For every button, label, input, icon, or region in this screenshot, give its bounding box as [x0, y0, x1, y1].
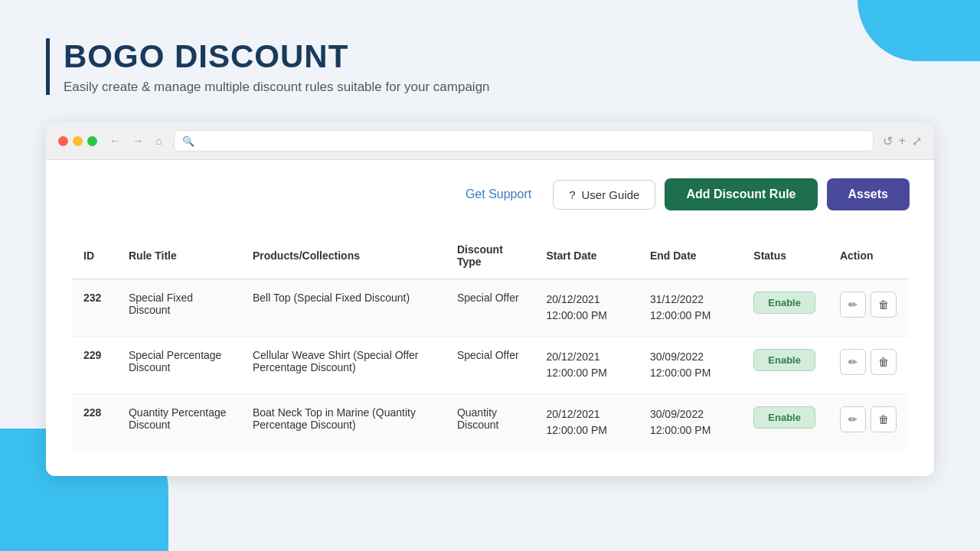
cell-action: ✏ 🗑	[828, 279, 910, 337]
cell-end-date: 31/12/2022 12:00:00 PM	[638, 279, 741, 337]
cell-rule-title: Special Percentage Discount	[116, 337, 240, 394]
cell-action: ✏ 🗑	[828, 394, 910, 452]
action-buttons: ✏ 🗑	[840, 292, 897, 318]
cell-start-date: 20/12/2021 12:00:00 PM	[534, 279, 638, 337]
cell-status: Enable	[741, 279, 828, 337]
table-row: 232 Special Fixed Discount Bell Top (Spe…	[71, 279, 910, 337]
back-icon[interactable]: ←	[106, 133, 123, 148]
page-title: BOGO DISCOUNT	[64, 38, 934, 75]
delete-button[interactable]: 🗑	[871, 406, 897, 432]
table-body: 232 Special Fixed Discount Bell Top (Spe…	[71, 279, 910, 452]
cell-discount-type: Special Offer	[445, 337, 534, 394]
assets-button[interactable]: Assets	[827, 178, 910, 210]
col-header-status: Status	[741, 233, 828, 279]
dot-red[interactable]	[58, 136, 68, 146]
cell-rule-title: Special Fixed Discount	[116, 279, 240, 337]
cell-rule-title: Quantity Percentage Discount	[116, 394, 240, 452]
cell-action: ✏ 🗑	[828, 337, 910, 394]
get-support-button[interactable]: Get Support	[453, 180, 544, 209]
browser-address-bar[interactable]: 🔍	[174, 130, 873, 152]
refresh-icon[interactable]: ↺	[883, 134, 893, 148]
expand-icon[interactable]: ⤢	[912, 134, 922, 148]
enable-button[interactable]: Enable	[753, 292, 815, 314]
new-tab-icon[interactable]: +	[899, 134, 906, 148]
col-header-end-date: End Date	[638, 233, 741, 279]
user-guide-label: User Guide	[582, 188, 640, 201]
edit-button[interactable]: ✏	[840, 349, 866, 375]
enable-button[interactable]: Enable	[753, 349, 815, 371]
cell-end-date: 30/09/2022 12:00:00 PM	[638, 394, 741, 452]
col-header-products: Products/Collections	[240, 233, 445, 279]
cell-end-date: 30/09/2022 12:00:00 PM	[638, 337, 741, 394]
cell-start-date: 20/12/2021 12:00:00 PM	[534, 394, 638, 452]
cell-id: 228	[71, 394, 116, 452]
browser-dots	[58, 136, 97, 146]
col-header-discount-type: Discount Type	[445, 233, 534, 279]
cell-products: Boat Neck Top in Marine (Quantity Percen…	[240, 394, 445, 452]
page-subtitle: Easily create & manage multiple discount…	[64, 80, 934, 95]
col-header-rule-title: Rule Title	[116, 233, 240, 279]
action-buttons: ✏ 🗑	[840, 406, 897, 432]
cell-id: 232	[71, 279, 116, 337]
table-row: 229 Special Percentage Discount Cellular…	[71, 337, 910, 394]
action-buttons: ✏ 🗑	[840, 349, 897, 375]
question-icon: ?	[569, 188, 575, 201]
browser-nav: ← → ⌂	[106, 133, 165, 148]
col-header-id: ID	[71, 233, 116, 279]
discount-table: ID Rule Title Products/Collections Disco…	[70, 232, 910, 452]
header-section: BOGO DISCOUNT Easily create & manage mul…	[46, 38, 934, 95]
enable-button[interactable]: Enable	[753, 406, 815, 429]
browser-body: Get Support ? User Guide Add Discount Ru…	[46, 160, 934, 476]
home-icon[interactable]: ⌂	[152, 133, 165, 148]
cell-status: Enable	[741, 337, 828, 394]
forward-icon[interactable]: →	[129, 133, 146, 148]
cell-products: Bell Top (Special Fixed Discount)	[240, 279, 445, 337]
edit-button[interactable]: ✏	[840, 292, 866, 318]
delete-button[interactable]: 🗑	[871, 292, 897, 318]
browser-chrome: ← → ⌂ 🔍 ↺ + ⤢	[46, 122, 934, 160]
browser-actions: ↺ + ⤢	[883, 134, 922, 148]
user-guide-button[interactable]: ? User Guide	[553, 180, 655, 210]
cell-discount-type: Quantity Discount	[445, 394, 534, 452]
col-header-action: Action	[828, 233, 910, 279]
cell-start-date: 20/12/2021 12:00:00 PM	[534, 337, 638, 394]
toolbar: Get Support ? User Guide Add Discount Ru…	[70, 178, 910, 210]
col-header-start-date: Start Date	[534, 233, 638, 279]
add-discount-rule-button[interactable]: Add Discount Rule	[665, 178, 817, 210]
cell-id: 229	[71, 337, 116, 394]
edit-button[interactable]: ✏	[840, 406, 866, 432]
cell-discount-type: Special Offer	[445, 279, 534, 337]
table-header: ID Rule Title Products/Collections Disco…	[71, 233, 910, 279]
dot-green[interactable]	[87, 136, 97, 146]
dot-yellow[interactable]	[73, 136, 83, 146]
delete-button[interactable]: 🗑	[871, 349, 897, 375]
table-row: 228 Quantity Percentage Discount Boat Ne…	[71, 394, 910, 452]
cell-products: Cellular Weave Shirt (Special Offer Perc…	[240, 337, 445, 394]
search-icon: 🔍	[182, 135, 194, 147]
browser-window: ← → ⌂ 🔍 ↺ + ⤢ Get Support ? User Guide	[46, 122, 934, 476]
cell-status: Enable	[741, 394, 828, 452]
